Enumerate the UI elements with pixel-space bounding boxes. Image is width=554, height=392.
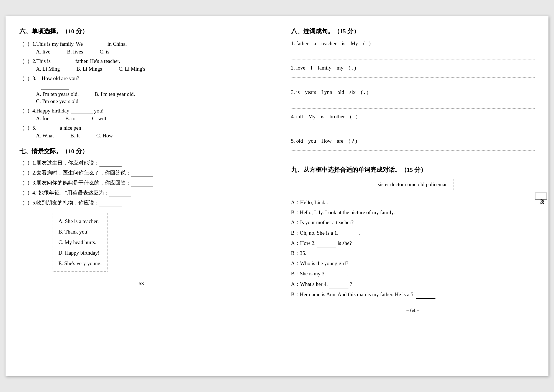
s7-q2-num: ）2.	[27, 169, 36, 176]
q4-block: （ ）4. Happy birthday you! A. for B. to C…	[19, 107, 263, 122]
s7-q4-blank[interactable]	[109, 190, 131, 196]
blank-4[interactable]	[329, 280, 348, 288]
connect-section: 1. father a teacher is My ( . ) 2. love …	[291, 40, 535, 157]
s7-q3-num: ）3.	[27, 179, 36, 186]
s7-q2-blank[interactable]	[131, 170, 153, 176]
choice-D: D. Happy birthday!	[58, 248, 102, 258]
q4-row: （ ）4. Happy birthday you!	[19, 107, 263, 114]
q1-blank[interactable]	[84, 41, 106, 47]
s7-q3-paren: （	[19, 179, 27, 186]
blank-2[interactable]	[317, 239, 336, 247]
s7-q5-blank[interactable]	[99, 200, 122, 206]
dialogue-B4: B：She is my 3. .	[291, 269, 535, 278]
blank-5[interactable]	[416, 290, 435, 299]
q2-num: ）2.	[27, 58, 36, 65]
s7-q1-text: 朋友过生日，你应对他说：	[36, 159, 122, 166]
q5-optA: A. What	[36, 133, 54, 139]
s7-q5-text: 收到朋友的礼物，你应说：	[36, 199, 122, 206]
right-decoration: 英文报	[533, 16, 548, 376]
q5-options: A. What B. It C. How	[36, 133, 263, 139]
q1-num: ）1.	[27, 40, 36, 48]
dialogue-B3: B：35.	[291, 249, 535, 257]
choice-box-container: A. She is a teacher. B. Thank you! C. My…	[36, 210, 263, 272]
section9: 九、从方框中选择合适的单词完成对话。（15 分） sister doctor n…	[291, 166, 535, 299]
q4-text: Happy birthday you!	[36, 107, 263, 114]
q2-text: This is father. He's a teacher.	[36, 58, 263, 64]
q2-optC: C. Li Ming's	[119, 66, 145, 72]
q3-block: （ ）3. —How old are you? — A. I'm ten yea…	[19, 75, 263, 104]
q4-blank[interactable]	[71, 107, 93, 114]
s7-q1-paren: （	[19, 159, 27, 166]
q2-blank[interactable]	[52, 58, 74, 64]
q2-options: A. Li Ming B. Li Mings C. Li Ming's	[36, 66, 263, 72]
q5-optB: B. It	[70, 133, 80, 139]
choice-B: B. Thank you!	[58, 227, 102, 237]
connect-line-2a	[291, 73, 535, 78]
connect-line-5a	[291, 146, 535, 151]
dialogue-A1: A：Hello, Linda.	[291, 198, 535, 207]
q4-options: A. for B. to C. with	[36, 116, 263, 122]
connect-line-1b	[291, 55, 535, 60]
connect-item-1: 1. father a teacher is My ( . )	[291, 40, 535, 60]
s7-q1-blank[interactable]	[99, 160, 122, 166]
q2-row: （ ）2. This is father. He's a teacher.	[19, 58, 263, 65]
s7-q2: （ ）2. 去看病时，医生问你怎么了，你回答说：	[19, 169, 263, 176]
dialogue-A4: A：Who is the young girl?	[291, 259, 535, 268]
dialogue-B1: B：Hello, Lily. Look at the picture of my…	[291, 208, 535, 217]
q3-text: —How old are you?	[36, 75, 263, 81]
page-container: 六、单项选择。（10 分） （ ）1. This is my family. W…	[6, 16, 548, 376]
s7-q3-text: 朋友问你的妈妈是干什么的，你应回答：	[36, 179, 153, 186]
connect-item-5: 5. old you How are ( ? )	[291, 138, 535, 157]
dialogue-A2: A：Is your mother a teacher?	[291, 218, 535, 227]
blank-3[interactable]	[327, 269, 347, 278]
word-box-content: sister doctor name old policeman	[378, 181, 448, 187]
connect-words-4: 4. tall My is brother ( . )	[291, 114, 535, 120]
connect-line-1a	[291, 48, 535, 53]
connect-item-4: 4. tall My is brother ( . )	[291, 114, 535, 133]
s7-q5-paren: （	[19, 199, 27, 206]
connect-line-2b	[291, 79, 535, 84]
q1-paren: （	[19, 40, 27, 48]
s7-q4-paren: （	[19, 189, 27, 196]
choice-box-inner: A. She is a teacher. B. Thank you! C. My…	[58, 216, 102, 269]
q3-optA: A. I'm ten years old. B. I'm ten year ol…	[36, 91, 263, 97]
dialogue-B5: B：Her name is Ann. And this man is my fa…	[291, 290, 535, 299]
q2-paren: （	[19, 58, 27, 65]
q4-paren: （	[19, 107, 27, 114]
q3-paren: （	[19, 75, 27, 82]
left-page-number: －63－	[19, 280, 263, 287]
decoration-box: 英文报	[535, 193, 547, 200]
blank-1[interactable]	[340, 229, 359, 237]
dialogue-A3: A：How 2. is she?	[291, 239, 535, 247]
q5-row: （ ）5. a nice pen!	[19, 124, 263, 132]
q1-row: （ ）1. This is my family. We in China.	[19, 40, 263, 48]
q5-blank[interactable]	[36, 125, 58, 131]
s7-q4-num: ）4.	[27, 189, 36, 196]
choice-A: A. She is a teacher.	[58, 216, 102, 227]
section9-title: 九、从方框中选择合适的单词完成对话。（15 分）	[291, 166, 535, 174]
choice-box: A. She is a teacher. B. Thank you! C. My…	[53, 213, 107, 272]
q3-row: （ ）3. —How old are you?	[19, 75, 263, 82]
q5-text: a nice pen!	[36, 125, 263, 131]
q1-optC: C. is	[100, 49, 109, 55]
connect-line-4a	[291, 121, 535, 126]
q2-optA: A. Li Ming	[36, 66, 60, 72]
s7-q3: （ ）3. 朋友问你的妈妈是干什么的，你应回答：	[19, 179, 263, 186]
connect-words-2: 2. love I family my ( . )	[291, 65, 535, 71]
q3-blank[interactable]	[41, 83, 69, 89]
q1-optA: A. live	[36, 49, 50, 55]
s7-q1-num: ）1.	[27, 159, 36, 166]
s7-q2-paren: （	[19, 169, 27, 176]
choice-E: E. She's very young.	[58, 258, 102, 269]
dialogue-B2: B：Oh, no. She is a 1. .	[291, 229, 535, 237]
q4-optB: B. to	[65, 116, 75, 122]
choice-C: C. My head hurts.	[58, 237, 102, 248]
q5-optC: C. How	[96, 133, 113, 139]
decoration-text: 英文报	[540, 195, 545, 197]
q2-block: （ ）2. This is father. He's a teacher. A.…	[19, 58, 263, 72]
connect-item-3: 3. is years Lynn old six ( . )	[291, 89, 535, 109]
connect-line-3a	[291, 97, 535, 102]
section6-title: 六、单项选择。（10 分）	[19, 27, 263, 35]
q4-optA: A. for	[36, 116, 48, 122]
s7-q3-blank[interactable]	[131, 180, 153, 186]
